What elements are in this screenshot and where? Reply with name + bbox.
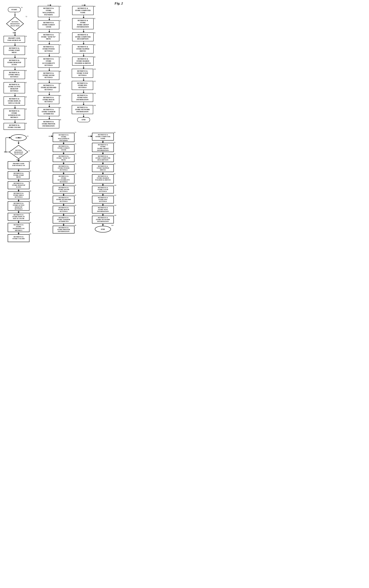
arrowhead-80 — [63, 185, 64, 186]
text-66-1: RETRIEVE & — [14, 224, 23, 226]
text-78-2: STORE — [61, 177, 66, 179]
text-70-3: WALLPAPER & — [58, 138, 69, 139]
left-column: START 50 52 SETTINGMIGRATIONSELECTED? NO — [0, 7, 30, 130]
diamond-text-1: SETTING — [15, 150, 22, 151]
step-num-60: 60 — [25, 70, 27, 71]
end-text: END — [101, 228, 105, 230]
step-num-76: 76 — [60, 44, 61, 46]
text-86-3: ATTRIBUTES — [59, 220, 69, 222]
text-96-3: DRIVES — [100, 169, 106, 171]
arrowhead-to-70 — [51, 135, 53, 137]
text-56-3: MENU — [16, 176, 21, 178]
right-column: RETRIEVE & STORE COMPUTER NAME90RETRIEVE… — [69, 4, 99, 130]
num-102: 102 — [114, 195, 116, 196]
text-64-3: SIZE & COLOR — [13, 217, 24, 219]
text-66-2: STORE — [16, 226, 21, 227]
step-box-68: RETRIEVE & STORE COLORS — [4, 123, 25, 130]
step-num-72: 72 — [60, 20, 61, 21]
text-106-3: INFORMATION — [97, 220, 109, 222]
num-70: 70 — [75, 132, 76, 133]
arrow-66 — [14, 120, 16, 123]
text-72-3: SAVER — [61, 149, 66, 151]
arrowhead-68 — [18, 233, 20, 235]
text-76-2: STORE POWER — [58, 167, 70, 169]
arrowhead-96 — [102, 163, 104, 165]
num-106: 106 — [114, 215, 116, 216]
step-box-88: RETRIEVE & STORE PRINTER INFORMATION — [38, 119, 59, 128]
text-70-2: STORE — [61, 136, 66, 137]
step-wrapper-108: END — [77, 117, 90, 122]
text-106-1: RETRIEVE & — [98, 217, 108, 218]
step-wrapper-94: RETRIEVE & STORE COMPUTER DESCRIPTION94 — [72, 32, 95, 45]
text-100-3: SETTINGS — [99, 190, 107, 192]
step-num-62: 62 — [25, 82, 27, 83]
text-94-1: RETRIEVE & — [98, 155, 108, 157]
text-84-1: RETRIEVE & — [59, 207, 68, 208]
step-num-92: 92 — [94, 18, 95, 19]
text-104-3: INFORMATION — [97, 210, 109, 212]
text-74-3: MENU — [61, 159, 66, 161]
arrow-60 — [14, 79, 16, 82]
text-82-1: RETRIEVE & — [59, 197, 68, 198]
junction-dot — [18, 137, 19, 138]
text-64-1: RETRIEVE & — [14, 214, 23, 216]
step-wrapper-72: RETRIEVE & STORE SCREEN SAVER72 — [38, 20, 61, 32]
step-num-68: 68 — [25, 122, 27, 124]
step-num-78: 78 — [60, 56, 61, 58]
arrow-102 — [83, 90, 84, 93]
text-58-2: STORE DESKTOP — [12, 184, 25, 186]
text-80-2: STORE SOUND — [58, 189, 69, 190]
step-wrapper-74: RETRIEVE & STORE "SEND TO" MENU74 — [38, 32, 61, 45]
text-72-2: STORE SCREEN — [58, 147, 70, 149]
text-90-3: NAME — [101, 137, 105, 139]
arrowhead-74 — [63, 153, 64, 155]
arrow-64 — [14, 105, 16, 109]
step-wrapper-62: RETRIEVE & STORE ACTIVE DESKTOP SETTINGS… — [4, 82, 27, 96]
text-94-2: STORE COMPUTER — [95, 157, 111, 159]
step-box-80: RETRIEVE & STORE SOUND SETTINGS — [38, 71, 59, 80]
text-88-2: STORE PRINTER — [57, 229, 70, 230]
text-54-2: FOR SOURCE OS — [12, 165, 25, 166]
step-box-94: RETRIEVE & STORE COMPUTER DESCRIPTION — [72, 32, 94, 41]
num-60: 60 — [30, 190, 31, 192]
num-56: 56 — [30, 170, 31, 172]
text-62-4: SETTINGS — [15, 208, 22, 210]
text-72-1: RETRIEVE & — [59, 145, 68, 147]
step-box-90: RETRIEVE & STORE COMPUTER NAME — [72, 6, 94, 15]
text-70-4: PATTERNS — [60, 140, 68, 141]
num-72: 72 — [75, 143, 76, 145]
num-78: 78 — [75, 173, 76, 175]
arrow-54 — [14, 43, 16, 46]
arrowhead-84 — [63, 205, 64, 206]
step-num-84: 84 — [60, 95, 61, 96]
step-num-74: 74 — [60, 32, 61, 34]
step-wrapper-100: RETRIEVE & STORE TCP/IP SETTINGS100 — [72, 69, 96, 81]
text-84-2: STORE MOUSE — [58, 209, 69, 210]
text-98-1: RETRIEVE & — [98, 175, 108, 177]
arrowhead-58 — [18, 180, 20, 182]
text-98-3: FOLDERS & DRIVES — [95, 179, 111, 181]
arrow-70 — [49, 17, 50, 20]
text-92-3: WORK GROUP — [97, 147, 109, 149]
text-102-3: SETTINGS — [99, 200, 107, 202]
left-steps: PROMPT USER FOR SOURCE OS54RETRIEVE & ST… — [4, 36, 27, 130]
text-68-1: RETRIEVE & — [14, 236, 23, 237]
diamond-num: 52 — [28, 150, 30, 152]
end-oval: END — [77, 117, 90, 122]
arrow-78 — [49, 68, 50, 71]
step-num-56: 56 — [25, 45, 27, 47]
columns-wrapper: START 50 52 SETTINGMIGRATIONSELECTED? NO — [0, 0, 129, 130]
arrow-72 — [49, 29, 50, 32]
step-num-96: 96 — [94, 44, 95, 46]
step-box-78: RETRIEVE & STORE ACCESSIBILITY SETTINGS — [38, 57, 59, 68]
num-92: 92 — [114, 142, 115, 143]
text-82-2: STORE KEYBOARD — [56, 199, 71, 200]
text-66-4: METRICS — [15, 229, 22, 231]
arrowhead-104 — [102, 205, 104, 206]
start-num: 50 — [27, 135, 29, 137]
mid-steps: RETRIEVE & STORE WALLPAPER & PATTERNS70R… — [34, 6, 64, 128]
step-wrapper-88: RETRIEVE & STORE PRINTER INFORMATION88 — [38, 119, 61, 128]
text-102-2: STORE DNS — [98, 199, 107, 200]
arrowhead-98 — [102, 173, 104, 175]
step-num-106: 106 — [93, 104, 96, 106]
